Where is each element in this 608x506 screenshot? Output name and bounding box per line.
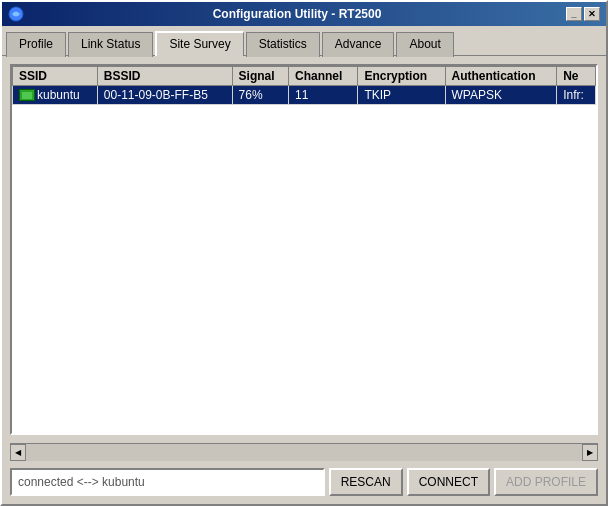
col-channel: Channel	[288, 67, 357, 86]
minimize-button[interactable]: _	[566, 7, 582, 21]
cell-channel: 11	[288, 86, 357, 105]
horizontal-scrollbar: ◀ ▶	[10, 443, 598, 460]
col-encryption: Encryption	[358, 67, 445, 86]
main-window: Configuration Utility - RT2500 _ ✕ Profi…	[0, 0, 608, 506]
status-text: connected <--> kubuntu	[18, 475, 145, 489]
app-icon	[8, 6, 24, 22]
tab-site-survey[interactable]: Site Survey	[155, 31, 243, 56]
col-ssid: SSID	[13, 67, 98, 86]
col-authentication: Authentication	[445, 67, 557, 86]
site-survey-table: SSID BSSID Signal Channel Encryption Aut…	[12, 66, 596, 105]
scroll-left-button[interactable]: ◀	[10, 444, 26, 461]
tab-statistics[interactable]: Statistics	[246, 32, 320, 57]
main-content: SSID BSSID Signal Channel Encryption Aut…	[2, 55, 606, 504]
cell-authentication: WPAPSK	[445, 86, 557, 105]
col-network: Ne	[557, 67, 596, 86]
cell-bssid: 00-11-09-0B-FF-B5	[97, 86, 232, 105]
tab-advance[interactable]: Advance	[322, 32, 395, 57]
status-field: connected <--> kubuntu	[10, 468, 325, 496]
tab-link-status[interactable]: Link Status	[68, 32, 153, 57]
table-header-row: SSID BSSID Signal Channel Encryption Aut…	[13, 67, 596, 86]
titlebar-buttons: _ ✕	[566, 7, 600, 21]
rescan-button[interactable]: RESCAN	[329, 468, 403, 496]
bottom-bar: connected <--> kubuntu RESCAN CONNECT AD…	[10, 468, 598, 496]
add-profile-button[interactable]: ADD PROFILE	[494, 468, 598, 496]
tab-about[interactable]: About	[396, 32, 453, 57]
network-signal-icon	[19, 89, 35, 101]
titlebar: Configuration Utility - RT2500 _ ✕	[2, 2, 606, 26]
tab-profile[interactable]: Profile	[6, 32, 66, 57]
cell-network: Infr:	[557, 86, 596, 105]
close-button[interactable]: ✕	[584, 7, 600, 21]
cell-encryption: TKIP	[358, 86, 445, 105]
tabs-bar: Profile Link Status Site Survey Statisti…	[2, 26, 606, 55]
table-row[interactable]: kubuntu 00-11-09-0B-FF-B5 76% 11 TKIP WP…	[13, 86, 596, 105]
site-survey-table-container: SSID BSSID Signal Channel Encryption Aut…	[10, 64, 598, 435]
window-title: Configuration Utility - RT2500	[28, 7, 566, 21]
titlebar-left	[8, 6, 28, 22]
cell-ssid: kubuntu	[13, 86, 98, 105]
col-bssid: BSSID	[97, 67, 232, 86]
cell-signal: 76%	[232, 86, 288, 105]
scroll-right-button[interactable]: ▶	[582, 444, 598, 461]
scroll-track[interactable]	[26, 444, 582, 461]
table-scroll[interactable]: SSID BSSID Signal Channel Encryption Aut…	[12, 66, 596, 433]
col-signal: Signal	[232, 67, 288, 86]
connect-button[interactable]: CONNECT	[407, 468, 490, 496]
